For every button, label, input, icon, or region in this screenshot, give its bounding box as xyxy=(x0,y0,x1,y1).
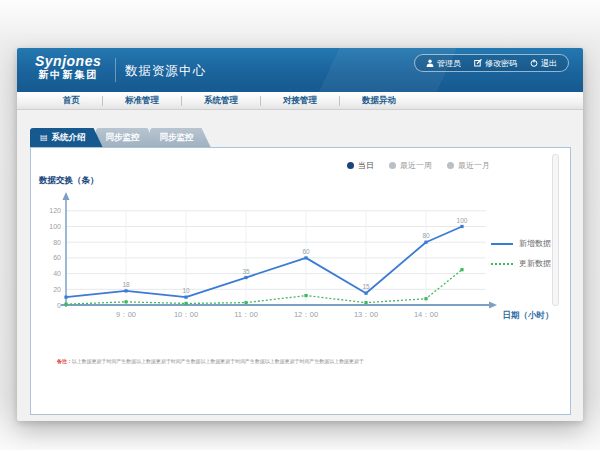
panel-scrollbar[interactable] xyxy=(552,154,559,306)
svg-text:11：00: 11：00 xyxy=(234,310,258,319)
svg-text:60: 60 xyxy=(53,254,61,261)
svg-text:14：00: 14：00 xyxy=(414,310,438,319)
range-label: 最近一周 xyxy=(400,160,432,171)
footnote-label: 备注： xyxy=(57,358,72,364)
svg-text:0: 0 xyxy=(57,302,61,309)
legend-item-new-data[interactable]: 新增数据 xyxy=(491,238,551,249)
svg-text:18: 18 xyxy=(122,281,130,288)
svg-text:10: 10 xyxy=(182,287,190,294)
range-option-last-month[interactable]: 最近一月 xyxy=(447,160,490,171)
logout-label: 退出 xyxy=(541,58,557,69)
user-icon xyxy=(426,59,434,67)
admin-user[interactable]: 管理员 xyxy=(426,58,461,69)
nav-item-data-change[interactable]: 数据异动 xyxy=(340,95,418,107)
svg-text:20: 20 xyxy=(53,286,61,293)
footnote: 备注：以上数据更新于时间产生数据以上数据更新于时间产生数据以上数据更新于时间产生… xyxy=(57,358,519,365)
svg-text:100: 100 xyxy=(457,217,468,224)
svg-text:40: 40 xyxy=(53,270,61,277)
tab-sync-monitor-2[interactable]: 同步监控 xyxy=(150,128,211,147)
document-icon: ▤ xyxy=(40,134,48,142)
svg-text:12：00: 12：00 xyxy=(294,310,318,319)
logout-button[interactable]: 退出 xyxy=(530,58,557,69)
app-window: Synjones 新中新集团 数据资源中心 管理员 修改密码 退出 首页 标准管… xyxy=(17,48,583,421)
app-title: 数据资源中心 xyxy=(125,63,206,80)
tab-sync-monitor-1[interactable]: 同步监控 xyxy=(96,128,157,147)
chart-panel: 当日 最近一周 最近一月 数据交换（条） 0204060801001209：00… xyxy=(30,147,571,415)
change-password-label: 修改密码 xyxy=(485,58,517,69)
legend-label: 更新数据 xyxy=(519,258,551,269)
range-option-today[interactable]: 当日 xyxy=(347,160,374,171)
radio-icon xyxy=(389,162,396,169)
main-navbar: 首页 标准管理 系统管理 对接管理 数据异动 xyxy=(17,92,583,110)
range-label: 最近一月 xyxy=(458,160,490,171)
svg-text:60: 60 xyxy=(302,248,310,255)
svg-text:15: 15 xyxy=(362,283,370,290)
tab-label: 同步监控 xyxy=(160,132,194,144)
radio-icon xyxy=(347,162,354,169)
radio-icon xyxy=(447,162,454,169)
range-label: 当日 xyxy=(358,160,374,171)
tab-label: 系统介绍 xyxy=(52,132,86,144)
legend-label: 新增数据 xyxy=(519,238,551,249)
change-password-button[interactable]: 修改密码 xyxy=(474,58,517,69)
user-toolbar: 管理员 修改密码 退出 xyxy=(414,54,569,72)
svg-text:80: 80 xyxy=(422,232,430,239)
series-legend: 新增数据 更新数据 xyxy=(491,238,551,269)
header-divider xyxy=(115,58,116,82)
company-logo: Synjones 新中新集团 xyxy=(35,54,101,80)
nav-item-home[interactable]: 首页 xyxy=(41,95,102,107)
svg-text:9：00: 9：00 xyxy=(116,310,136,319)
legend-item-update-data[interactable]: 更新数据 xyxy=(491,258,551,269)
page-content: ▤ 系统介绍 同步监控 同步监控 当日 最近一周 xyxy=(17,110,583,415)
logo-text-en: Synjones xyxy=(35,54,101,69)
power-icon xyxy=(530,59,538,67)
svg-text:80: 80 xyxy=(53,239,61,246)
tab-bar: ▤ 系统介绍 同步监控 同步监控 xyxy=(30,128,571,147)
logo-text-cn: 新中新集团 xyxy=(35,69,101,80)
tab-label: 同步监控 xyxy=(106,132,140,144)
nav-item-system-mgmt[interactable]: 系统管理 xyxy=(182,95,260,107)
nav-item-interface-mgmt[interactable]: 对接管理 xyxy=(261,95,339,107)
svg-text:13：00: 13：00 xyxy=(354,310,378,319)
range-option-last-week[interactable]: 最近一周 xyxy=(389,160,432,171)
tab-system-intro[interactable]: ▤ 系统介绍 xyxy=(30,128,103,147)
time-range-options: 当日 最近一周 最近一月 xyxy=(347,160,490,171)
svg-text:35: 35 xyxy=(242,268,250,275)
nav-item-standard-mgmt[interactable]: 标准管理 xyxy=(103,95,181,107)
dotted-line-icon xyxy=(491,263,513,265)
svg-text:日期（小时）: 日期（小时） xyxy=(503,310,554,320)
solid-line-icon xyxy=(491,243,513,245)
svg-text:10：00: 10：00 xyxy=(174,310,198,319)
svg-text:100: 100 xyxy=(49,223,61,230)
footnote-text: 以上数据更新于时间产生数据以上数据更新于时间产生数据以上数据更新于时间产生数据以… xyxy=(72,358,364,364)
svg-text:120: 120 xyxy=(49,207,61,214)
admin-label: 管理员 xyxy=(437,58,461,69)
app-header: Synjones 新中新集团 数据资源中心 管理员 修改密码 退出 xyxy=(17,48,583,92)
edit-icon xyxy=(474,59,482,67)
